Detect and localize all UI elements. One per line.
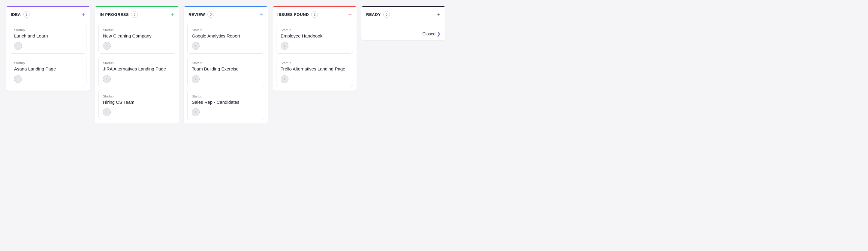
column-body-issues-found: StartupEmployee Handbook+StartupTrello A… bbox=[273, 21, 356, 91]
card-avatar-row: + bbox=[281, 42, 348, 50]
avatar-add-icon[interactable]: + bbox=[192, 108, 199, 116]
card-title: Trello Alternatives Landing Page bbox=[281, 66, 348, 72]
card-project-label: Startup bbox=[103, 28, 171, 32]
card-title: Sales Rep - Candidates bbox=[192, 99, 259, 105]
card-avatar-row: + bbox=[103, 108, 171, 116]
card-project-label: Startup bbox=[14, 61, 82, 65]
column-count-review: 3 bbox=[207, 11, 214, 18]
column-idea: IDEA2+StartupLunch and Learn+StartupAsan… bbox=[6, 6, 90, 91]
avatar-add-icon[interactable]: + bbox=[14, 75, 22, 83]
card-in-progress-2[interactable]: StartupHiring CS Team+ bbox=[98, 90, 175, 120]
column-title-issues-found: ISSUES FOUND bbox=[277, 12, 309, 17]
avatar-plus-icon: + bbox=[106, 110, 108, 114]
avatar-plus-icon: + bbox=[106, 44, 108, 48]
avatar-plus-icon: + bbox=[17, 44, 19, 48]
avatar-add-icon[interactable]: + bbox=[103, 42, 111, 50]
column-header-issues-found: ISSUES FOUND2+ bbox=[273, 6, 356, 21]
avatar-plus-icon: + bbox=[195, 110, 196, 114]
card-idea-1[interactable]: StartupAsana Landing Page+ bbox=[10, 57, 87, 87]
column-count-ready: 0 bbox=[383, 11, 390, 18]
card-avatar-row: + bbox=[192, 75, 259, 83]
column-title-ready: READY bbox=[366, 12, 381, 17]
card-issues-found-0[interactable]: StartupEmployee Handbook+ bbox=[276, 24, 353, 54]
avatar-plus-icon: + bbox=[284, 44, 285, 48]
column-count-in-progress: 3 bbox=[131, 11, 138, 18]
card-review-2[interactable]: StartupSales Rep - Candidates+ bbox=[187, 90, 264, 120]
card-title: Employee Handbook bbox=[281, 33, 348, 39]
avatar-add-icon[interactable]: + bbox=[192, 75, 199, 83]
add-card-button-in-progress[interactable]: + bbox=[170, 11, 174, 17]
card-avatar-row: + bbox=[103, 42, 171, 50]
add-card-button-review[interactable]: + bbox=[259, 11, 263, 17]
column-issues-found: ISSUES FOUND2+StartupEmployee Handbook+S… bbox=[273, 6, 356, 91]
card-project-label: Startup bbox=[281, 28, 348, 32]
column-body-ready bbox=[361, 21, 445, 27]
card-project-label: Startup bbox=[192, 28, 259, 32]
card-project-label: Startup bbox=[192, 95, 259, 98]
card-title: JIRA Alternatives Landing Page bbox=[103, 66, 171, 72]
column-in-progress: IN PROGRESS3+StartupNew Cleaning Company… bbox=[95, 6, 179, 123]
card-project-label: Startup bbox=[103, 95, 171, 98]
column-review: REVIEW3+StartupGoogle Analytics Report+S… bbox=[184, 6, 268, 123]
closed-button[interactable]: Closed❯ bbox=[361, 27, 445, 40]
avatar-add-icon[interactable]: + bbox=[192, 42, 199, 50]
column-title-in-progress: IN PROGRESS bbox=[100, 12, 129, 17]
add-card-button-idea[interactable]: + bbox=[82, 11, 85, 17]
card-issues-found-1[interactable]: StartupTrello Alternatives Landing Page+ bbox=[276, 57, 353, 87]
column-header-review: REVIEW3+ bbox=[184, 6, 268, 21]
column-title-idea: IDEA bbox=[11, 12, 21, 17]
avatar-plus-icon: + bbox=[106, 77, 108, 81]
avatar-add-icon[interactable]: + bbox=[14, 42, 22, 50]
card-project-label: Startup bbox=[281, 61, 348, 65]
column-title-review: REVIEW bbox=[188, 12, 205, 17]
card-review-0[interactable]: StartupGoogle Analytics Report+ bbox=[187, 24, 264, 54]
avatar-add-icon[interactable]: + bbox=[103, 75, 111, 83]
card-avatar-row: + bbox=[192, 42, 259, 50]
column-header-ready: READY0+ bbox=[361, 6, 445, 21]
avatar-plus-icon: + bbox=[195, 44, 196, 48]
card-avatar-row: + bbox=[103, 75, 171, 83]
card-idea-0[interactable]: StartupLunch and Learn+ bbox=[10, 24, 87, 54]
column-body-in-progress: StartupNew Cleaning Company+StartupJIRA … bbox=[95, 21, 179, 123]
kanban-board: IDEA2+StartupLunch and Learn+StartupAsan… bbox=[6, 6, 862, 123]
avatar-add-icon[interactable]: + bbox=[281, 75, 288, 83]
card-in-progress-1[interactable]: StartupJIRA Alternatives Landing Page+ bbox=[98, 57, 175, 87]
column-count-issues-found: 2 bbox=[311, 11, 318, 18]
card-project-label: Startup bbox=[192, 61, 259, 65]
card-avatar-row: + bbox=[14, 42, 82, 50]
avatar-add-icon[interactable]: + bbox=[103, 108, 111, 116]
column-body-idea: StartupLunch and Learn+StartupAsana Land… bbox=[6, 21, 90, 91]
avatar-plus-icon: + bbox=[17, 77, 19, 81]
card-title: New Cleaning Company bbox=[103, 33, 171, 39]
card-avatar-row: + bbox=[281, 75, 348, 83]
card-avatar-row: + bbox=[14, 75, 82, 83]
card-project-label: Startup bbox=[103, 61, 171, 65]
column-count-idea: 2 bbox=[23, 11, 30, 18]
card-project-label: Startup bbox=[14, 28, 82, 32]
column-header-in-progress: IN PROGRESS3+ bbox=[95, 6, 179, 21]
avatar-plus-icon: + bbox=[284, 77, 285, 81]
add-card-button-issues-found[interactable]: + bbox=[348, 11, 352, 17]
avatar-add-icon[interactable]: + bbox=[281, 42, 288, 50]
card-review-1[interactable]: StartupTeam Building Exercise+ bbox=[187, 57, 264, 87]
card-title: Team Building Exercise bbox=[192, 66, 259, 72]
card-title: Lunch and Learn bbox=[14, 33, 82, 39]
card-title: Asana Landing Page bbox=[14, 66, 82, 72]
closed-label: Closed bbox=[422, 32, 435, 36]
chevron-right-icon: ❯ bbox=[437, 31, 441, 37]
card-title: Google Analytics Report bbox=[192, 33, 259, 39]
avatar-plus-icon: + bbox=[195, 77, 196, 81]
column-body-review: StartupGoogle Analytics Report+StartupTe… bbox=[184, 21, 268, 123]
add-card-button-ready[interactable]: + bbox=[437, 11, 441, 17]
column-ready: READY0+Closed❯ bbox=[361, 6, 445, 40]
card-in-progress-0[interactable]: StartupNew Cleaning Company+ bbox=[98, 24, 175, 54]
card-title: Hiring CS Team bbox=[103, 99, 171, 105]
card-avatar-row: + bbox=[192, 108, 259, 116]
column-header-idea: IDEA2+ bbox=[6, 6, 90, 21]
